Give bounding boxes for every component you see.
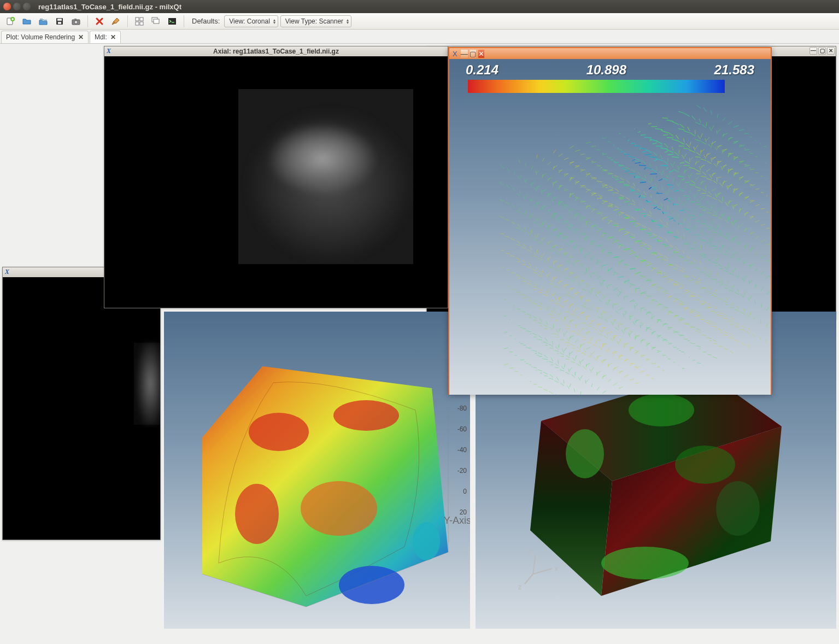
close-icon[interactable]: ✕ bbox=[478, 50, 484, 58]
svg-line-770 bbox=[572, 263, 575, 266]
surface-plot-window[interactable]: -100 -80 -60 -40 -20 0 20 Y-Axis bbox=[164, 312, 470, 629]
svg-line-95 bbox=[544, 376, 548, 376]
save-button[interactable] bbox=[52, 15, 67, 28]
svg-line-857 bbox=[597, 308, 600, 308]
svg-line-1740 bbox=[644, 137, 652, 138]
svg-line-903 bbox=[657, 225, 662, 225]
tab-volume-rendering[interactable]: Plot: Volume Rendering ✕ bbox=[1, 31, 89, 43]
svg-rect-3 bbox=[57, 19, 62, 21]
svg-line-1774 bbox=[586, 173, 586, 173]
window-header[interactable]: X — ▢ ✕ bbox=[449, 48, 771, 59]
window-header[interactable]: X Axial: reg11atlas1_ToCase_1_field.nii.… bbox=[104, 46, 448, 56]
svg-line-1799 bbox=[580, 184, 580, 184]
svg-line-1190 bbox=[530, 246, 531, 250]
svg-line-994 bbox=[728, 248, 730, 252]
console-button[interactable] bbox=[165, 15, 179, 28]
tab-close-icon[interactable]: ✕ bbox=[78, 33, 84, 41]
maximize-icon[interactable]: ▢ bbox=[818, 47, 826, 55]
svg-line-565 bbox=[556, 330, 559, 333]
tab-close-icon[interactable]: ✕ bbox=[110, 33, 116, 41]
close-tab-button[interactable] bbox=[92, 15, 107, 28]
svg-line-1226 bbox=[602, 248, 603, 248]
surface-plot-view[interactable]: -100 -80 -60 -40 -20 0 20 Y-Axis bbox=[164, 312, 470, 629]
svg-line-252 bbox=[554, 350, 559, 352]
svg-line-83 bbox=[555, 367, 559, 368]
svg-line-777 bbox=[690, 231, 690, 232]
vector-field-window[interactable]: X — ▢ ✕ 0.214 10.898 21.583 bbox=[448, 47, 772, 395]
svg-line-1164 bbox=[511, 238, 515, 241]
axial-window[interactable]: X Axial: reg11atlas1_ToCase_1_field.nii.… bbox=[104, 46, 448, 308]
svg-line-227 bbox=[560, 339, 564, 340]
new-button[interactable] bbox=[3, 15, 17, 28]
vector-field-view[interactable]: 0.214 10.898 21.583 bbox=[449, 59, 771, 395]
svg-line-852 bbox=[703, 267, 706, 270]
svg-rect-7 bbox=[74, 19, 77, 20]
svg-line-963 bbox=[674, 251, 679, 252]
svg-line-267 bbox=[595, 341, 597, 345]
y-axis-ticks: -100 -80 -60 -40 -20 0 20 bbox=[454, 377, 467, 523]
svg-line-628 bbox=[565, 278, 570, 280]
minimize-icon[interactable]: — bbox=[461, 50, 468, 58]
cascade-icon bbox=[151, 16, 161, 26]
svg-line-834 bbox=[660, 274, 662, 274]
cascade-button[interactable] bbox=[149, 15, 163, 28]
svg-line-213 bbox=[542, 342, 542, 343]
svg-line-471 bbox=[580, 359, 584, 362]
open-button[interactable] bbox=[20, 15, 34, 28]
svg-line-1586 bbox=[686, 144, 690, 148]
svg-line-1623 bbox=[671, 163, 673, 167]
svg-line-781 bbox=[561, 271, 564, 274]
svg-line-694 bbox=[558, 313, 559, 317]
grayscale-image bbox=[134, 343, 160, 425]
svg-line-1118 bbox=[658, 253, 662, 255]
svg-line-1124 bbox=[761, 224, 765, 225]
svg-line-339 bbox=[735, 323, 739, 325]
svg-line-304 bbox=[579, 360, 580, 364]
svg-line-1657 bbox=[604, 201, 608, 202]
view-combo[interactable]: View: Coronal ▴▾ bbox=[224, 15, 278, 27]
svg-line-522 bbox=[514, 323, 515, 323]
svg-line-672 bbox=[657, 272, 661, 273]
render-body[interactable] bbox=[3, 277, 160, 540]
svg-line-61 bbox=[610, 338, 613, 342]
svg-line-353 bbox=[760, 320, 761, 324]
svg-line-1415 bbox=[624, 169, 627, 170]
svg-point-20 bbox=[413, 522, 440, 560]
screenshot-button[interactable] bbox=[69, 15, 83, 28]
svg-line-919 bbox=[602, 248, 607, 251]
window-close-button[interactable] bbox=[3, 3, 11, 10]
svg-line-648 bbox=[690, 248, 692, 248]
vector-glyphs bbox=[449, 59, 771, 395]
svg-line-50 bbox=[640, 325, 641, 329]
svg-line-699 bbox=[718, 265, 723, 267]
svg-line-146 bbox=[549, 391, 553, 394]
svg-line-620 bbox=[714, 306, 717, 309]
viewtype-combo[interactable]: View Type: Scanner ▴▾ bbox=[280, 15, 351, 27]
window-title: Axial: reg11atlas1_ToCase_1_field.nii.gz bbox=[213, 48, 339, 55]
svg-line-1581 bbox=[608, 173, 609, 174]
tile-button[interactable] bbox=[132, 15, 146, 28]
tab-mdl[interactable]: Mdl: ✕ bbox=[90, 31, 121, 43]
window-minimize-button[interactable] bbox=[13, 3, 21, 10]
minimize-icon[interactable]: — bbox=[809, 47, 817, 55]
svg-line-1087 bbox=[548, 272, 550, 276]
svg-line-897 bbox=[555, 252, 559, 255]
svg-line-1491 bbox=[590, 223, 591, 224]
svg-line-121 bbox=[554, 380, 559, 383]
svg-line-205 bbox=[616, 311, 619, 314]
window-maximize-button[interactable] bbox=[23, 3, 31, 10]
svg-line-892 bbox=[684, 212, 685, 213]
svg-line-848 bbox=[575, 308, 579, 310]
svg-line-1420 bbox=[701, 142, 706, 144]
mdi-area: — ▢ ✕ X — ▢ ✕ X Axial: reg11atlas1_ToCas… bbox=[0, 44, 839, 644]
svg-line-1757 bbox=[723, 118, 725, 121]
close-all-button[interactable] bbox=[109, 15, 123, 28]
svg-line-94 bbox=[530, 381, 531, 382]
maximize-icon[interactable]: ▢ bbox=[470, 50, 476, 58]
close-icon[interactable]: ✕ bbox=[827, 47, 835, 55]
axial-view[interactable] bbox=[104, 56, 448, 308]
svg-line-1137 bbox=[766, 228, 770, 229]
svg-line-411 bbox=[538, 339, 542, 340]
svg-line-1457 bbox=[570, 209, 574, 210]
open-series-button[interactable] bbox=[36, 15, 50, 28]
